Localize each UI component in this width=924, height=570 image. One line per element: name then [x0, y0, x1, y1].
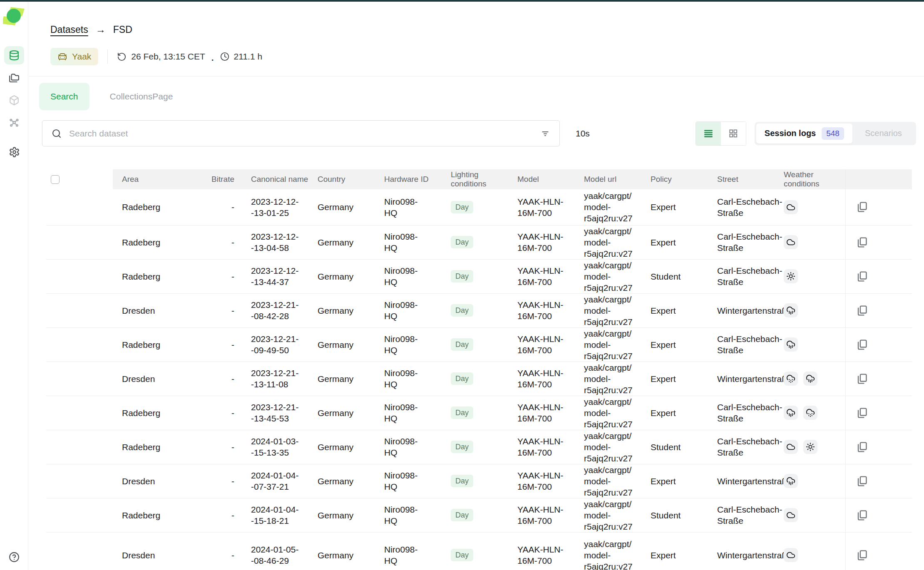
cell-area: Radeberg [113, 259, 179, 293]
segment-scenarios[interactable]: Scenarios [852, 129, 914, 138]
sidebar-item-collections[interactable] [4, 69, 24, 87]
vehicle-badge[interactable]: Yaak [50, 48, 98, 65]
copy-button[interactable] [856, 305, 868, 317]
cell-area: Dresden [113, 532, 179, 570]
copy-button[interactable] [856, 475, 868, 487]
cell-select [46, 259, 113, 293]
copy-button[interactable] [856, 373, 868, 385]
cell-lighting: Day [446, 532, 512, 570]
cell-bitrate: - [179, 430, 246, 464]
cell-model_url: yaak/cargpt/model-r5ajq2ru:v27 [579, 259, 646, 293]
table-row[interactable]: Radeberg-2023-12-12--13-01-25GermanyNiro… [46, 189, 912, 225]
segment-session-logs[interactable]: Session logs 548 [756, 124, 852, 144]
copy-icon [856, 407, 868, 419]
copy-button[interactable] [856, 201, 868, 213]
cell-lighting: Day [446, 464, 512, 498]
table-row[interactable]: Dresden-2024-01-05--08-46-29GermanyNiro0… [46, 532, 912, 570]
tab-search[interactable]: Search [39, 83, 89, 110]
box-icon [9, 95, 20, 106]
search-input[interactable] [68, 128, 533, 139]
cell-bitrate: - [179, 532, 246, 570]
lighting-badge: Day [451, 270, 473, 283]
cell-model: YAAK-HLN-16M-700 [512, 293, 579, 327]
select-all-checkbox[interactable] [51, 175, 60, 184]
cell-area: Dresden [113, 362, 179, 396]
sidebar-item-settings[interactable] [4, 143, 24, 161]
sidebar-item-packages[interactable] [4, 91, 24, 109]
cell-area: Dresden [113, 464, 179, 498]
weather-rain-chip [784, 406, 798, 420]
breadcrumb-datasets-link[interactable]: Datasets [50, 24, 88, 35]
copy-button[interactable] [856, 509, 868, 521]
lighting-badge: Day [451, 236, 473, 248]
table-row[interactable]: Radeberg-2023-12-21--13-45-53GermanyNiro… [46, 396, 912, 430]
cell-select [46, 464, 113, 498]
lighting-badge: Day [451, 201, 473, 213]
copy-icon [856, 373, 868, 385]
grid-view-button[interactable] [721, 122, 746, 145]
cell-model: YAAK-HLN-16M-700 [512, 362, 579, 396]
cell-select [46, 498, 113, 532]
cell-select [46, 362, 113, 396]
table-row[interactable]: Radeberg-2023-12-21--09-49-50GermanyNiro… [46, 327, 912, 362]
lighting-badge: Day [451, 338, 473, 351]
cell-area: Radeberg [113, 430, 179, 464]
sidebar-item-nodes[interactable] [4, 114, 24, 132]
cell-lighting: Day [446, 293, 512, 327]
cell-country: Germany [313, 532, 379, 570]
filter-button[interactable] [539, 128, 551, 139]
weather-chips [784, 548, 841, 562]
weather-drizzle-chip [784, 372, 798, 386]
copy-button[interactable] [856, 236, 868, 248]
weather-cloud-chip [784, 235, 798, 249]
cell-model_url: yaak/cargpt/model-r5ajq2ru:v27 [579, 498, 646, 532]
cell-street: Carl-Eschebach-Straße [712, 259, 779, 293]
app-logo[interactable] [3, 5, 25, 27]
cell-model_url: yaak/cargpt/model-r5ajq2ru:v27 [579, 396, 646, 430]
weather-sun-chip [803, 440, 817, 454]
copy-button[interactable] [856, 270, 868, 283]
cell-street: Wintergartenstraße [712, 293, 779, 327]
cell-street: Carl-Eschebach-Straße [712, 430, 779, 464]
cloud-icon [786, 203, 795, 212]
cell-hardware_id: Niro098-HQ [379, 225, 446, 259]
table-row[interactable]: Radeberg-2024-01-03--15-13-35GermanyNiro… [46, 430, 912, 464]
cell-street: Carl-Eschebach-Straße [712, 396, 779, 430]
sidebar-item-datasets[interactable] [4, 46, 24, 64]
tab-collectionspage[interactable]: CollectionsPage [99, 83, 184, 110]
search-input-wrapper [42, 120, 560, 146]
column-header-policy: Policy [646, 169, 712, 189]
list-view-button[interactable] [696, 122, 721, 145]
help-button[interactable] [0, 552, 28, 563]
network-icon [9, 117, 20, 128]
table-row[interactable]: Dresden-2023-12-21--08-42-28GermanyNiro0… [46, 293, 912, 327]
cell-weather [779, 225, 845, 259]
table-row[interactable]: Radeberg-2024-01-04--15-18-21GermanyNiro… [46, 498, 912, 532]
lighting-badge: Day [451, 372, 473, 385]
session-logs-count-badge: 548 [822, 127, 844, 140]
cell-weather [779, 396, 845, 430]
cell-canonical_name: 2024-01-04--15-18-21 [246, 498, 313, 532]
folders-icon [9, 72, 20, 83]
rain-icon [786, 408, 795, 417]
table-row[interactable]: Radeberg-2023-12-12--13-04-58GermanyNiro… [46, 225, 912, 259]
weather-chips [784, 269, 841, 283]
copy-button[interactable] [856, 339, 868, 351]
cell-select [46, 225, 113, 259]
gear-icon [9, 146, 20, 158]
cell-weather [779, 430, 845, 464]
breadcrumb: Datasets → FSD [50, 24, 924, 35]
car-front-icon [57, 52, 67, 62]
copy-button[interactable] [856, 441, 868, 453]
table-row[interactable]: Radeberg-2023-12-12--13-44-37GermanyNiro… [46, 259, 912, 293]
copy-button[interactable] [856, 549, 868, 561]
copy-icon [856, 441, 868, 453]
cell-country: Germany [313, 498, 379, 532]
cell-bitrate: - [179, 396, 246, 430]
table-row[interactable]: Dresden-2023-12-21--13-11-08GermanyNiro0… [46, 362, 912, 396]
weather-chips [784, 474, 841, 488]
copy-button[interactable] [856, 407, 868, 419]
cell-hardware_id: Niro098-HQ [379, 293, 446, 327]
table-row[interactable]: Dresden-2024-01-04--07-37-21GermanyNiro0… [46, 464, 912, 498]
copy-icon [856, 305, 868, 317]
